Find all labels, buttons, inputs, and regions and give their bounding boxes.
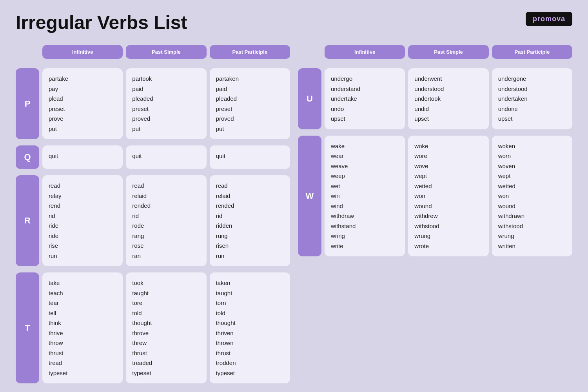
w-infinitive: wake wear weave weep wet win wind withdr… (325, 136, 405, 257)
q-infinitive: quit (42, 145, 123, 169)
q-past-simple: quit (126, 145, 206, 169)
p-infinitive: partake pay plead preset prove put (42, 68, 123, 139)
w-past-participle: woken worn woven wept wetted won wound w… (492, 136, 572, 257)
letter-r: R (16, 175, 39, 266)
u-past-simple: underwent understood undertook undid ups… (408, 68, 488, 129)
left-infinitive-header: Infinitive (42, 45, 123, 59)
p-past-participle: partaken paid pleaded preset proved put (210, 68, 290, 139)
r-past-simple: read relaid rended rid rode rang rose ra… (126, 175, 206, 266)
left-col-headers: Infinitive Past Simple Past Participle (16, 45, 290, 59)
u-past-participle: undergone understood undertaken undone u… (492, 68, 572, 129)
page-title: Irregular Verbs List (16, 12, 187, 33)
row-r: R read relay rend rid ride ride rise run… (16, 175, 290, 266)
page-header: Irregular Verbs List promova (16, 12, 572, 33)
letter-p: P (16, 68, 39, 139)
left-side: Infinitive Past Simple Past Participle P… (16, 45, 290, 383)
w-past-simple: woke wore wove wept wetted won wound wit… (408, 136, 488, 257)
logo: promova (526, 12, 572, 26)
u-infinitive: undergo understand undertake undo upset (325, 68, 405, 129)
left-past-simple-header: Past Simple (126, 45, 206, 59)
t-past-participle: taken taught torn told thought thriven t… (210, 272, 290, 383)
left-past-participle-header: Past Participle (210, 45, 290, 59)
p-past-simple: partook paid pleaded preset proved put (126, 68, 206, 139)
right-empty-header (298, 45, 321, 59)
letter-w: W (298, 136, 321, 257)
letter-q: Q (16, 145, 39, 169)
letter-t: T (16, 272, 39, 383)
left-empty-header (16, 45, 39, 59)
t-past-simple: took taught tore told thought throve thr… (126, 272, 206, 383)
r-past-participle: read relaid rended rid ridden rung risen… (210, 175, 290, 266)
letter-u: U (298, 68, 321, 129)
r-infinitive: read relay rend rid ride ride rise run (42, 175, 123, 266)
row-w: W wake wear weave weep wet win wind with… (298, 136, 572, 257)
row-p: P partake pay plead preset prove put par… (16, 68, 290, 139)
q-past-participle: quit (210, 145, 290, 169)
row-q: Q quit quit quit (16, 145, 290, 169)
right-col-headers: Infinitive Past Simple Past Participle (298, 45, 572, 59)
row-t: T take teach tear tell think thrive thro… (16, 272, 290, 383)
right-infinitive-header: Infinitive (325, 45, 405, 59)
right-past-simple-header: Past Simple (408, 45, 488, 59)
main-grid: Infinitive Past Simple Past Participle P… (16, 45, 572, 383)
right-side: Infinitive Past Simple Past Participle U… (298, 45, 572, 383)
row-u: U undergo understand undertake undo upse… (298, 68, 572, 129)
right-past-participle-header: Past Participle (492, 45, 572, 59)
t-infinitive: take teach tear tell think thrive throw … (42, 272, 123, 383)
